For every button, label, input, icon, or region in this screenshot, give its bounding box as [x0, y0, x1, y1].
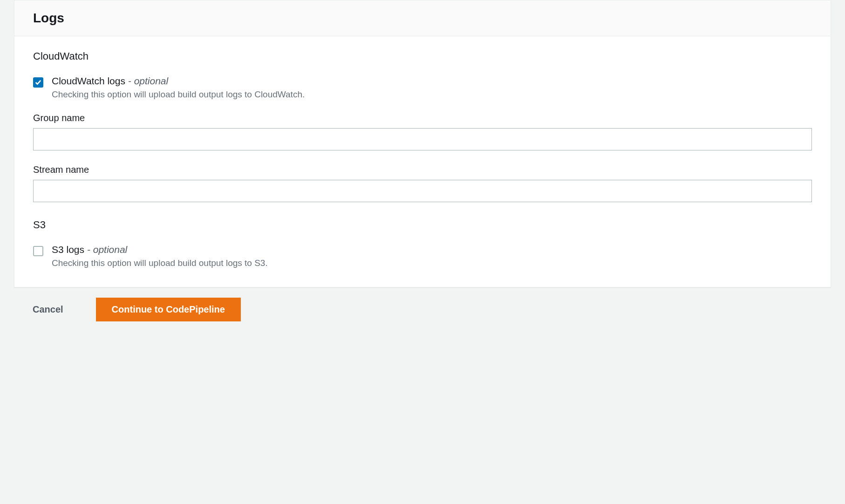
stream-name-field: Stream name [33, 164, 812, 202]
cancel-button[interactable]: Cancel [33, 299, 63, 320]
continue-button[interactable]: Continue to CodePipeline [96, 298, 241, 321]
panel-body: CloudWatch CloudWatch logs - optional Ch… [14, 36, 831, 287]
s3-logs-checkbox-row: S3 logs - optional Checking this option … [33, 244, 812, 268]
s3-logs-checkbox[interactable] [33, 246, 43, 256]
s3-checkbox-label-text: S3 logs [52, 244, 84, 255]
s3-section-title: S3 [33, 219, 812, 231]
logs-panel: Logs CloudWatch CloudWatch logs - option… [14, 0, 831, 287]
s3-checkbox-content: S3 logs - optional Checking this option … [52, 244, 812, 268]
cloudwatch-checkbox-content: CloudWatch logs - optional Checking this… [52, 75, 812, 100]
s3-checkbox-label: S3 logs - optional [52, 244, 812, 255]
cloudwatch-checkbox-desc: Checking this option will upload build o… [52, 89, 812, 100]
cloudwatch-logs-checkbox-row: CloudWatch logs - optional Checking this… [33, 75, 812, 100]
s3-optional-text: - optional [84, 244, 127, 255]
cloudwatch-logs-checkbox[interactable] [33, 77, 43, 88]
s3-checkbox-desc: Checking this option will upload build o… [52, 258, 812, 268]
group-name-input[interactable] [33, 128, 812, 150]
panel-title: Logs [33, 11, 812, 26]
footer: Cancel Continue to CodePipeline [14, 287, 831, 321]
stream-name-label: Stream name [33, 164, 812, 175]
cloudwatch-section-title: CloudWatch [33, 50, 812, 62]
cloudwatch-optional-text: - optional [125, 75, 168, 86]
panel-header: Logs [14, 0, 831, 36]
check-icon [35, 79, 41, 86]
stream-name-input[interactable] [33, 180, 812, 202]
group-name-label: Group name [33, 113, 812, 123]
group-name-field: Group name [33, 113, 812, 150]
cloudwatch-checkbox-label: CloudWatch logs - optional [52, 75, 812, 87]
cloudwatch-checkbox-label-text: CloudWatch logs [52, 75, 125, 86]
